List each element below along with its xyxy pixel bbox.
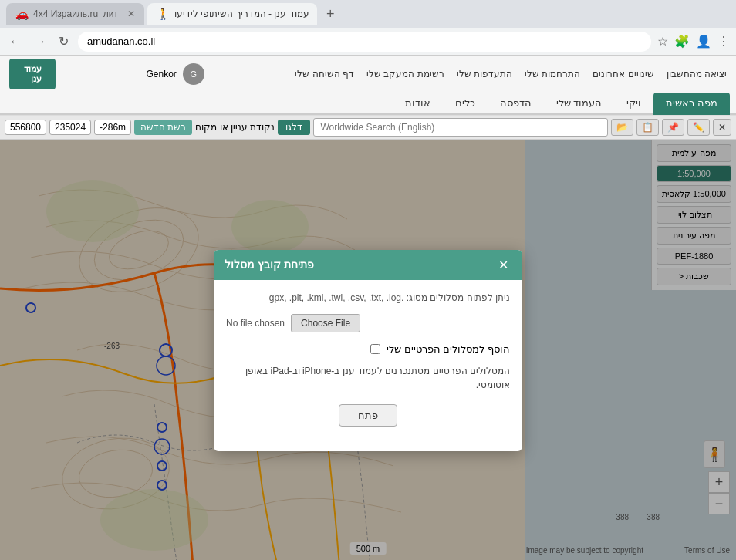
contributions-link[interactable]: התרחמות שלי — [525, 69, 580, 79]
toolbar-btn-1[interactable]: ✕ — [713, 119, 731, 136]
back-button[interactable]: ← — [6, 32, 25, 52]
choose-file-button[interactable]: Choose File — [291, 314, 360, 332]
location-label: נקודת עניין או מקום — [195, 122, 275, 133]
search-button[interactable]: דלגו — [278, 120, 310, 135]
modal-close-button[interactable]: ✕ — [495, 258, 511, 272]
tab-wiki[interactable]: ויקי — [614, 93, 653, 115]
tab-about[interactable]: אודות — [393, 93, 443, 115]
coord-x-display: 235024 — [49, 120, 91, 135]
distance-display: 286m- — [94, 120, 131, 135]
no-file-text: No file chosen — [226, 318, 285, 329]
tab-icon-1: 🚗 — [15, 8, 29, 20]
toolbar-btn-2[interactable]: ✏️ — [687, 119, 710, 136]
tab-bar: 🚗 4x4 Израиль.ru_лит ✕ 🚶 עמוד ענן - המדר… — [0, 0, 736, 28]
user-area: G Genkor — [146, 63, 204, 85]
open-file-button[interactable]: פתח — [339, 404, 397, 427]
url-input[interactable] — [78, 32, 651, 52]
map-container[interactable]: -263 -281 -235 -235 -390 -390 -388 -388 … — [0, 140, 736, 560]
talk-link[interactable]: דף השיחה שלי — [295, 69, 354, 79]
username[interactable]: Genkor — [146, 69, 176, 79]
modal-overlay: ✕ פתיחת קובץ מסלול ניתן לפתוח מסלולים מס… — [0, 140, 736, 560]
modal: ✕ פתיחת קובץ מסלול ניתן לפתוח מסלולים מס… — [214, 250, 522, 451]
search-input[interactable] — [313, 118, 608, 137]
logout-link[interactable]: יציאה מהחשבון — [667, 69, 727, 79]
site-header: יציאה מהחשבון שינויים אחרונים התרחמות של… — [0, 56, 736, 116]
new-route-button[interactable]: רשת חדשה — [134, 120, 192, 135]
bookmark-icon[interactable]: ☆ — [657, 34, 668, 49]
avatar-icon[interactable]: 👤 — [696, 34, 711, 49]
logo-text: עמודענן — [24, 64, 42, 84]
header-right-nav: יציאה מהחשבון שינויים אחרונים התרחמות של… — [295, 69, 727, 79]
menu-icon[interactable]: ⋮ — [717, 34, 730, 49]
tab-close-1[interactable]: ✕ — [127, 8, 135, 19]
modal-header: ✕ פתיחת קובץ מסלול — [214, 250, 522, 280]
file-input-row: No file chosen Choose File — [226, 314, 510, 332]
tab-title-2: עמוד ענן - המדריך השיתופי לידיעו — [174, 8, 309, 19]
tab-home[interactable]: מפה ראשית — [653, 93, 730, 115]
tab-inactive[interactable]: 🚗 4x4 Израиль.ru_лит ✕ — [6, 3, 144, 25]
modal-hint: ניתן לפתוח מסלולים מסוג: .gpx, .plt, .km… — [226, 292, 510, 303]
nav-tabs: מפה ראשית ויקי העמוד שלי הדפסה כלים אודו… — [0, 93, 736, 115]
checkbox-row: הוסף למסלולים הפרטיים שלי — [226, 343, 510, 355]
add-to-private-checkbox[interactable] — [370, 344, 380, 354]
tab-tools[interactable]: כלים — [443, 93, 488, 115]
tab-my-route[interactable]: העמוד שלי — [544, 93, 615, 115]
extensions-icon[interactable]: 🧩 — [674, 34, 690, 49]
new-tab-button[interactable]: + — [320, 3, 341, 25]
tab-print[interactable]: הדפסה — [488, 93, 544, 115]
coord-y-display: 556800 — [5, 120, 46, 135]
forward-button[interactable]: → — [31, 32, 49, 52]
refresh-button[interactable]: ↻ — [56, 31, 72, 52]
toolbar-btn-3[interactable]: 📌 — [662, 119, 684, 136]
modal-title: פתיחת קובץ מסלול — [225, 258, 314, 271]
recent-changes-link[interactable]: שינויים אחרונים — [593, 69, 653, 79]
checkbox-label: הוסף למסלולים הפרטיים שלי — [387, 343, 510, 355]
preferences-link[interactable]: התעדפות שלי — [457, 69, 512, 79]
toolbar-btn-5[interactable]: 📂 — [611, 119, 633, 136]
modal-body: ניתן לפתוח מסלולים מסוג: .gpx, .plt, .km… — [214, 280, 522, 451]
browser-chrome: 🚗 4x4 Израиль.ru_лит ✕ 🚶 עמוד ענן - המדר… — [0, 0, 736, 56]
sync-info: המסלולים הפרטיים מסתנכרנים לעמוד ענן ב-i… — [226, 364, 510, 392]
address-bar: ← → ↻ ☆ 🧩 👤 ⋮ — [0, 28, 736, 56]
toolbar: ✕ ✏️ 📌 📋 📂 דלגו נקודת עניין או מקום רשת … — [0, 116, 736, 140]
toolbar-btn-4[interactable]: 📋 — [636, 119, 659, 136]
watchlist-link[interactable]: רשימת המעקב שלי — [366, 69, 444, 79]
tab-title-1: 4x4 Израиль.ru_лит — [33, 8, 118, 19]
modal-footer: פתח — [226, 404, 510, 439]
tab-active[interactable]: 🚶 עמוד ענן - המדריך השיתופי לידיעו ✕ — [147, 3, 317, 25]
logo[interactable]: עמודענן — [9, 59, 56, 89]
avatar[interactable]: G — [183, 63, 204, 85]
tab-icon-2: 🚶 — [157, 8, 170, 20]
